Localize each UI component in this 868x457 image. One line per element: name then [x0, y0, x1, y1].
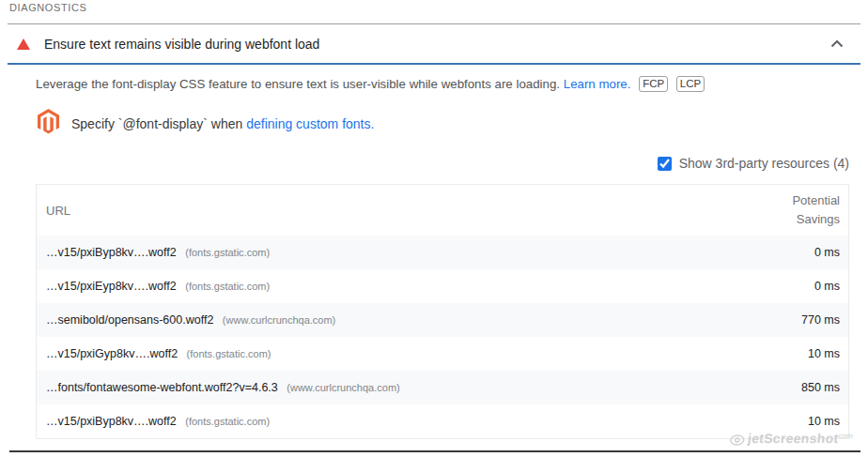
- url-domain: (fonts.gstatic.com): [185, 247, 270, 258]
- table-row: …v15/pxiGyp8kv….woff2 (fonts.gstatic.com…: [37, 337, 848, 371]
- url-domain: (fonts.gstatic.com): [185, 416, 270, 427]
- resources-table: URL Potential Savings …v15/pxiByp8kv….wo…: [36, 184, 849, 439]
- url-path: …v15/pxiEyp8kv….woff2: [46, 280, 177, 293]
- savings-cell: 770 ms: [801, 313, 840, 327]
- table-header-row: URL Potential Savings: [37, 185, 848, 236]
- savings-cell: 0 ms: [814, 246, 840, 259]
- show-third-party-label[interactable]: Show 3rd-party resources (4): [679, 156, 849, 171]
- url-path: …v15/pxiGyp8kv….woff2: [46, 347, 178, 360]
- recommendation-text-before: Specify `@font-display` when: [71, 116, 246, 131]
- eye-icon: [730, 434, 746, 446]
- metric-badge-fcp: FCP: [639, 76, 668, 92]
- url-domain: (www.curlcrunchqa.com): [223, 314, 335, 326]
- url-domain: (www.curlcrunchqa.com): [287, 382, 399, 393]
- url-domain: (fonts.gstatic.com): [187, 348, 271, 359]
- metric-badge-lcp: LCP: [676, 76, 705, 92]
- url-path: …semibold/opensans-600.woff2: [46, 313, 213, 327]
- recommendation-text: Specify `@font-display` when defining cu…: [71, 116, 374, 131]
- table-row: …v15/pxiEyp8kv….woff2 (fonts.gstatic.com…: [37, 269, 848, 303]
- table-row: …v15/pxiByp8kv….woff2 (fonts.gstatic.com…: [37, 404, 848, 438]
- show-third-party-checkbox[interactable]: [658, 157, 672, 171]
- audit-header-row[interactable]: Ensure text remains visible during webfo…: [8, 24, 860, 65]
- audit-description: Leverage the font-display CSS feature to…: [36, 76, 705, 93]
- defining-custom-fonts-link[interactable]: defining custom fonts.: [246, 116, 374, 131]
- savings-cell: 0 ms: [814, 280, 840, 293]
- audit-title: Ensure text remains visible during webfo…: [44, 37, 319, 52]
- url-path: …v15/pxiByp8kv….woff2: [46, 415, 177, 428]
- url-cell: …v15/pxiGyp8kv….woff2 (fonts.gstatic.com…: [46, 347, 271, 360]
- section-label: DIAGNOSTICS: [9, 2, 86, 13]
- table-row: …fonts/fontawesome-webfont.woff2?v=4.6.3…: [37, 371, 848, 404]
- magento-logo-icon: [36, 109, 61, 138]
- stack-pack-recommendation: Specify `@font-display` when defining cu…: [36, 109, 374, 138]
- table-row: …v15/pxiByp8kv….woff2 (fonts.gstatic.com…: [37, 236, 848, 269]
- url-cell: …semibold/opensans-600.woff2 (www.curlcr…: [46, 313, 335, 327]
- learn-more-link[interactable]: Learn more.: [564, 77, 631, 91]
- savings-cell: 10 ms: [808, 415, 840, 428]
- url-cell: …v15/pxiByp8kv….woff2 (fonts.gstatic.com…: [46, 246, 270, 259]
- table-row: …semibold/opensans-600.woff2 (www.curlcr…: [37, 303, 848, 337]
- column-header-url: URL: [46, 204, 70, 218]
- url-path: …fonts/fontawesome-webfont.woff2?v=4.6.3: [46, 381, 278, 394]
- savings-cell: 10 ms: [808, 347, 840, 360]
- url-domain: (fonts.gstatic.com): [185, 281, 270, 292]
- savings-cell: 850 ms: [801, 381, 840, 394]
- url-cell: …v15/pxiByp8kv….woff2 (fonts.gstatic.com…: [46, 415, 270, 428]
- bottom-edge-line: [9, 450, 860, 452]
- audit-description-text: Leverage the font-display CSS feature to…: [36, 77, 560, 91]
- url-cell: …fonts/fontawesome-webfont.woff2?v=4.6.3…: [46, 381, 400, 394]
- url-path: …v15/pxiByp8kv….woff2: [46, 246, 177, 259]
- url-cell: …v15/pxiEyp8kv….woff2 (fonts.gstatic.com…: [46, 280, 270, 293]
- watermark-text: jetScreenshot: [748, 431, 840, 446]
- diagnostics-panel: DIAGNOSTICS Ensure text remains visible …: [0, 0, 868, 457]
- third-party-filter: Show 3rd-party resources (4): [658, 156, 849, 171]
- column-header-savings: Potential Savings: [782, 191, 840, 229]
- watermark: jetScreenshot com: [730, 431, 854, 446]
- chevron-up-icon[interactable]: [830, 39, 844, 48]
- warning-triangle-icon: [17, 38, 30, 50]
- watermark-suffix: com: [839, 432, 854, 440]
